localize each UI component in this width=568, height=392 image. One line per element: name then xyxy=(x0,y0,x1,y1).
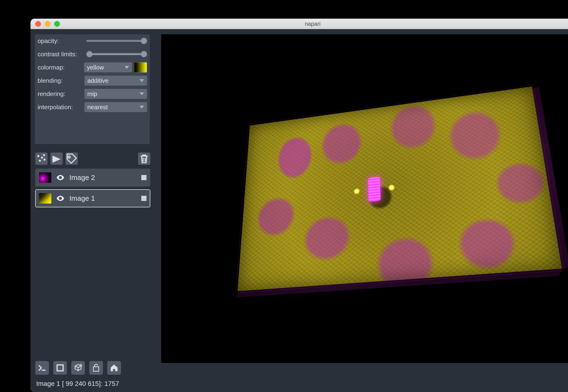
visibility-toggle[interactable] xyxy=(56,173,65,182)
shapes-icon xyxy=(50,153,63,165)
rendering-dropdown[interactable]: mip xyxy=(85,89,147,99)
contrast-limits-label: contrast limits: xyxy=(38,51,86,58)
layer-thumbnail xyxy=(39,172,51,183)
transpose-dims-button[interactable] xyxy=(89,361,103,375)
blending-value: additive xyxy=(87,77,139,84)
points-icon xyxy=(35,153,47,165)
labels-icon xyxy=(66,153,78,165)
svg-rect-5 xyxy=(57,365,63,371)
app-window: napari opacity: contrast limits: xyxy=(30,18,568,392)
window-title: napari xyxy=(30,21,568,27)
layer-name: Image 1 xyxy=(69,194,137,202)
titlebar: napari xyxy=(30,19,568,29)
rendered-volume xyxy=(238,86,562,291)
status-bar: Image 1 [ 99 240 615]: 1757 xyxy=(36,380,119,388)
colormap-swatch[interactable] xyxy=(134,62,147,73)
layer-type-icon xyxy=(141,196,147,201)
blending-label: blending: xyxy=(38,77,85,84)
cube-roll-icon xyxy=(74,364,83,372)
contrast-limits-slider[interactable] xyxy=(86,51,147,58)
chevron-down-icon xyxy=(139,106,144,109)
layer-tools xyxy=(35,152,150,165)
blending-dropdown[interactable]: additive xyxy=(85,76,147,85)
rendering-label: rendering: xyxy=(38,90,85,98)
minimize-window-button[interactable] xyxy=(45,21,50,27)
toggle-ndisplay-button[interactable] xyxy=(53,361,67,375)
layer-name: Image 2 xyxy=(69,174,137,182)
layer-list: Image 2 Image 1 xyxy=(35,168,150,210)
close-window-button[interactable] xyxy=(35,21,41,27)
svg-point-2 xyxy=(39,160,41,162)
viewer-canvas[interactable] xyxy=(161,34,568,363)
window-controls xyxy=(35,21,60,27)
rendering-value: mip xyxy=(87,90,139,98)
opacity-label: opacity: xyxy=(38,37,86,45)
interpolation-dropdown[interactable]: nearest xyxy=(85,102,147,112)
home-icon xyxy=(110,364,119,372)
eye-icon xyxy=(56,194,65,203)
svg-point-1 xyxy=(43,154,45,156)
zoom-window-button[interactable] xyxy=(54,21,60,27)
transpose-icon xyxy=(91,364,101,372)
opacity-slider[interactable] xyxy=(86,37,147,44)
svg-point-3 xyxy=(44,159,46,161)
svg-point-4 xyxy=(41,156,43,159)
layer-item-image-2[interactable]: Image 2 xyxy=(35,168,150,186)
layer-controls-panel: opacity: contrast limits: colormap: xyxy=(35,34,150,144)
svg-rect-6 xyxy=(93,367,99,371)
new-points-layer-button[interactable] xyxy=(35,153,47,165)
square-icon xyxy=(56,364,65,372)
colormap-value: yellow xyxy=(87,64,124,71)
layer-thumbnail xyxy=(39,193,51,204)
colormap-label: colormap: xyxy=(38,64,84,71)
viewer-buttons xyxy=(35,361,121,375)
reset-view-button[interactable] xyxy=(107,361,121,375)
chevron-down-icon xyxy=(139,92,144,95)
toggle-console-button[interactable] xyxy=(35,361,49,375)
svg-point-0 xyxy=(37,155,40,157)
console-icon xyxy=(38,364,47,372)
app-content: opacity: contrast limits: colormap: xyxy=(30,29,568,392)
interpolation-value: nearest xyxy=(87,104,139,111)
interpolation-label: interpolation: xyxy=(38,104,85,111)
new-shapes-layer-button[interactable] xyxy=(50,153,63,165)
roll-dims-button[interactable] xyxy=(71,361,85,375)
chevron-down-icon xyxy=(124,66,129,69)
eye-icon xyxy=(56,173,65,182)
trash-icon xyxy=(138,153,150,165)
delete-layer-button[interactable] xyxy=(138,153,150,165)
layer-item-image-1[interactable]: Image 1 xyxy=(35,189,150,207)
visibility-toggle[interactable] xyxy=(56,194,65,203)
layer-type-icon xyxy=(141,175,147,180)
new-labels-layer-button[interactable] xyxy=(66,153,78,165)
colormap-dropdown[interactable]: yellow xyxy=(84,62,132,72)
chevron-down-icon xyxy=(139,79,144,82)
